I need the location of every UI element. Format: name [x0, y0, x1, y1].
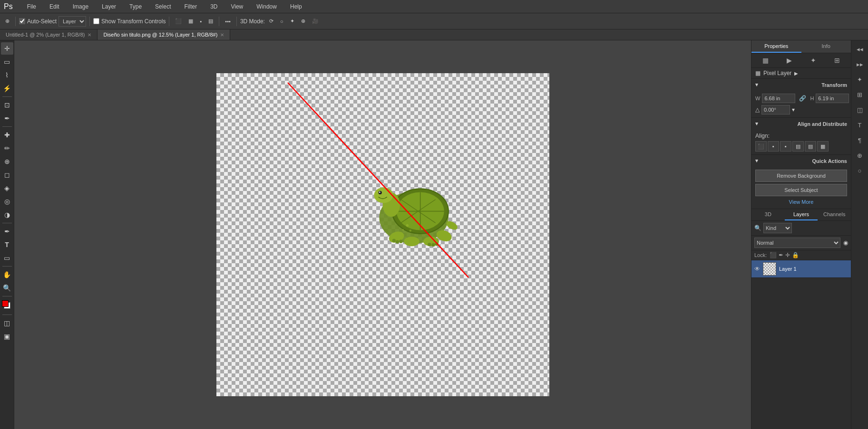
extra-strip-btn[interactable]: ⊕: [853, 149, 867, 162]
menu-window[interactable]: Window: [254, 2, 280, 11]
3d-btn-2[interactable]: ○: [278, 15, 286, 28]
select-rect-tool[interactable]: ▭: [1, 56, 13, 68]
eyedropper-tool[interactable]: ✒: [1, 112, 13, 124]
crop-tool[interactable]: ⊡: [1, 99, 13, 111]
align-left-edge-btn[interactable]: ⬛: [755, 141, 767, 152]
tab-properties[interactable]: Properties: [751, 40, 801, 53]
hand-tool[interactable]: ✋: [1, 268, 13, 281]
align-top-btn[interactable]: ▤: [206, 15, 215, 28]
more-btn[interactable]: •••: [223, 15, 233, 28]
menu-select[interactable]: Select: [152, 2, 174, 11]
align-center-v-btn[interactable]: ▤: [805, 141, 816, 152]
screen-mode-btn[interactable]: ▣: [1, 330, 13, 343]
remove-background-btn[interactable]: Remove Background: [755, 170, 847, 182]
h-input[interactable]: [816, 94, 849, 103]
layer-row[interactable]: 👁 Layer 1: [751, 260, 851, 278]
menu-file[interactable]: File: [24, 2, 39, 11]
shape-tool[interactable]: ▭: [1, 252, 13, 264]
heal-tool[interactable]: ✚: [1, 129, 13, 141]
sidebar-icon-play[interactable]: ▶: [785, 55, 793, 66]
expand-btn[interactable]: ▸▸: [853, 57, 867, 71]
tab-untitled-close[interactable]: ✕: [88, 32, 91, 38]
transform-header[interactable]: ▾ Transform: [751, 79, 851, 91]
3d-btn-4[interactable]: ⊕: [299, 15, 308, 28]
angle-input[interactable]: [761, 105, 790, 114]
distribute-strip-btn[interactable]: ◫: [853, 103, 867, 116]
magic-wand-tool[interactable]: ⚡: [1, 82, 13, 95]
blur-tool[interactable]: ◎: [1, 195, 13, 208]
3d-btn-1[interactable]: ⟳: [267, 15, 276, 28]
canvas-area[interactable]: [14, 40, 751, 429]
link-icon[interactable]: 🔗: [799, 95, 806, 102]
pen-tool[interactable]: ✒: [1, 225, 13, 238]
align-strip-btn[interactable]: ⊞: [853, 88, 867, 101]
select-subject-btn[interactable]: Select Subject: [755, 184, 847, 196]
align-center-btn[interactable]: ▦: [186, 15, 195, 28]
move-tool-btn[interactable]: ⊕: [3, 15, 12, 28]
brush-tool[interactable]: ✏: [1, 142, 13, 154]
layers-tab-layers[interactable]: Layers: [785, 209, 818, 220]
lasso-tool[interactable]: ⌇: [1, 69, 13, 81]
menu-edit[interactable]: Edit: [47, 2, 62, 11]
circle-strip-btn[interactable]: ○: [853, 164, 867, 177]
layers-tab-channels[interactable]: Channels: [818, 209, 851, 220]
align-center-h-btn[interactable]: ▪: [768, 141, 779, 152]
pixel-layer-play-btn[interactable]: ▶: [794, 71, 798, 76]
kind-select[interactable]: Kind: [763, 223, 792, 233]
type-strip-btn[interactable]: T: [853, 118, 867, 132]
menu-filter[interactable]: Filter: [181, 2, 200, 11]
sidebar-icon-transform[interactable]: ✦: [809, 55, 818, 66]
lock-position-icon[interactable]: ✒: [779, 252, 783, 258]
3d-btn-3[interactable]: ✦: [288, 15, 297, 28]
align-header[interactable]: ▾ Align and Distribute: [751, 118, 851, 130]
align-right-edge-btn[interactable]: ▪: [780, 141, 791, 152]
tab-untitled[interactable]: Untitled-1 @ 2% (Layer 1, RGB/8) ✕: [0, 29, 98, 40]
layer-select[interactable]: Layer: [59, 16, 86, 27]
lock-artboard-icon[interactable]: ✛: [785, 252, 790, 258]
menu-image[interactable]: Image: [70, 2, 91, 11]
color-swatches: [1, 299, 13, 312]
menu-help[interactable]: Help: [287, 2, 305, 11]
mask-btn[interactable]: ◫: [1, 317, 13, 329]
sidebar-icon-1[interactable]: ▦: [761, 55, 770, 66]
align-left-btn[interactable]: ⬛: [173, 15, 184, 28]
tab-diseno-close[interactable]: ✕: [220, 32, 224, 38]
zoom-tool[interactable]: 🔍: [1, 282, 13, 294]
transform-controls-checkbox[interactable]: [93, 18, 99, 24]
svg-point-20: [392, 238, 395, 242]
clone-tool[interactable]: ⊕: [1, 155, 13, 168]
menu-3d[interactable]: 3D: [207, 2, 220, 11]
blend-mode-select[interactable]: Normal: [754, 238, 840, 248]
view-more-link[interactable]: View More: [755, 198, 847, 206]
tab-info[interactable]: Info: [801, 40, 851, 53]
type-tool[interactable]: T: [1, 238, 13, 251]
layers-tab-3d[interactable]: 3D: [751, 209, 785, 220]
menu-layer[interactable]: Layer: [99, 2, 119, 11]
fg-color-swatch[interactable]: [2, 300, 9, 307]
eraser-tool[interactable]: ◻: [1, 169, 13, 181]
menu-view[interactable]: View: [228, 2, 246, 11]
h-label: H: [810, 95, 814, 101]
paragraph-strip-btn[interactable]: ¶: [853, 133, 867, 147]
collapse-btn[interactable]: ◂◂: [853, 42, 867, 56]
layers-search-row: 🔍 Kind: [751, 221, 851, 236]
3d-btn-5[interactable]: 🎥: [310, 15, 321, 28]
align-right-btn[interactable]: ▪: [197, 15, 204, 28]
svg-point-23: [428, 243, 431, 246]
lock-pixels-icon[interactable]: ⬛: [770, 252, 777, 258]
dodge-tool[interactable]: ◑: [1, 209, 13, 221]
tab-diseno[interactable]: Diseño sin titulo.png @ 12.5% (Layer 1, …: [98, 29, 230, 40]
align-bottom-edge-btn[interactable]: ▦: [817, 141, 829, 152]
align-top-edge-btn[interactable]: ▤: [792, 141, 804, 152]
paint-bucket-tool[interactable]: ◈: [1, 182, 13, 194]
move-tool[interactable]: ✛: [1, 42, 13, 55]
canvas-scroll[interactable]: [14, 40, 751, 429]
lock-all-icon[interactable]: 🔒: [792, 252, 799, 258]
layer-visibility-toggle[interactable]: 👁: [754, 266, 760, 272]
auto-select-checkbox[interactable]: [19, 18, 25, 24]
transform-strip-btn[interactable]: ✦: [853, 73, 867, 86]
quick-actions-header[interactable]: ▾ Quick Actions: [751, 155, 851, 167]
w-input[interactable]: [762, 94, 795, 103]
menu-type[interactable]: Type: [127, 2, 145, 11]
sidebar-icon-table[interactable]: ⊞: [833, 55, 841, 66]
